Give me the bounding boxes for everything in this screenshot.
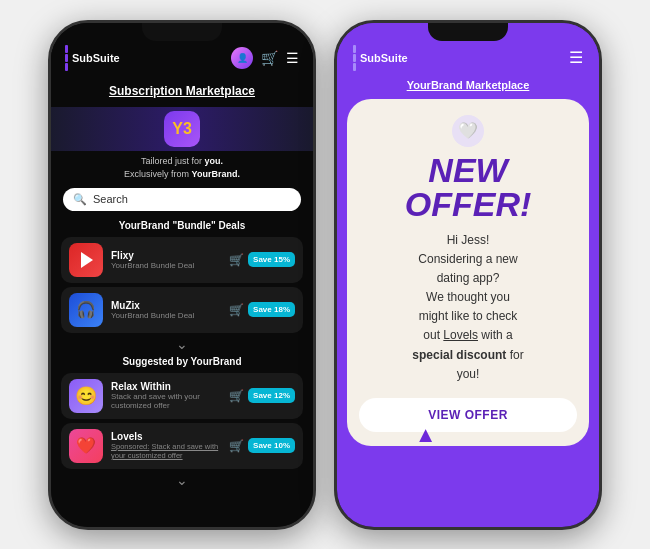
subsuite-logo-right: SubSuite xyxy=(353,45,408,71)
tagline-part1: Tailored just for xyxy=(141,156,205,166)
relax-deal-card[interactable]: 😊 Relax Within Stack and save with your … xyxy=(61,373,303,419)
muzix-deal-right: 🛒 Save 18% xyxy=(229,302,295,317)
bundle-more-indicator: ⌄ xyxy=(51,335,313,353)
new-offer-text: NEW OFFER! xyxy=(405,153,532,221)
relax-label: Stack and save with your customized offe… xyxy=(111,392,221,410)
relax-info: Relax Within Stack and save with your cu… xyxy=(111,381,221,410)
right-logo-text: SubSuite xyxy=(360,52,408,64)
lovels-icon: ❤️ xyxy=(69,429,103,463)
body-hi-jess: Hi Jess! xyxy=(447,233,490,247)
play-triangle xyxy=(81,252,93,268)
muzix-deal-card[interactable]: 🎧 MuZix YourBrand Bundle Deal 🛒 Save 18% xyxy=(61,287,303,333)
featured-app-icon: Y3 xyxy=(164,111,200,147)
left-notch xyxy=(142,23,222,41)
lovels-label: Sponsored: Stack and save with your cust… xyxy=(111,442,221,460)
tagline-part2: Exclusively from xyxy=(124,169,192,179)
featured-banner: Y3 xyxy=(51,107,313,151)
purple-arrow-decoration: ▲ xyxy=(415,422,437,448)
flixy-save-badge: Save 15% xyxy=(248,252,295,267)
tagline: Tailored just for you. Exclusively from … xyxy=(51,151,313,184)
phones-container: SubSuite 👤 🛒 ☰ Subscription Marketplace … xyxy=(38,10,612,540)
flixy-cart-icon[interactable]: 🛒 xyxy=(229,253,244,267)
lovels-deal-right: 🛒 Save 10% xyxy=(229,438,295,453)
muzix-info: MuZix YourBrand Bundle Deal xyxy=(111,300,221,320)
body-lovels-link[interactable]: Lovels xyxy=(443,328,478,342)
relax-deal-right: 🛒 Save 12% xyxy=(229,388,295,403)
heart-icon: 🤍 xyxy=(452,115,484,147)
new-offer-line1: NEW xyxy=(405,153,532,187)
lovels-info: Lovels Sponsored: Stack and save with yo… xyxy=(111,431,221,460)
body-with: with a xyxy=(478,328,513,342)
tagline-bold1: you. xyxy=(205,156,224,166)
marketplace-title: Subscription Marketplace xyxy=(109,84,255,98)
sponsored-prefix: Sponsored: xyxy=(111,442,149,451)
right-notch xyxy=(428,23,508,41)
body-considering: Considering a new xyxy=(418,252,517,266)
subsuite-bar-icon xyxy=(65,45,68,71)
right-menu-icon[interactable]: ☰ xyxy=(569,48,583,67)
right-phone: SubSuite ☰ YourBrand Marketplace 🤍 NEW O… xyxy=(334,20,602,530)
search-bar[interactable]: 🔍 Search xyxy=(63,188,301,211)
header-icons: 👤 🛒 ☰ xyxy=(231,47,299,69)
relax-icon: 😊 xyxy=(69,379,103,413)
body-out-prefix: out xyxy=(423,328,443,342)
tagline-bold2: YourBrand. xyxy=(192,169,240,179)
body-dating-app: dating app? xyxy=(437,271,500,285)
view-offer-button[interactable]: VIEW OFFER xyxy=(359,398,577,432)
flixy-label: YourBrand Bundle Deal xyxy=(111,261,221,270)
yourbrand-marketplace-link[interactable]: YourBrand Marketplace xyxy=(337,79,599,99)
left-phone: SubSuite 👤 🛒 ☰ Subscription Marketplace … xyxy=(48,20,316,530)
new-offer-line2: OFFER! xyxy=(405,187,532,221)
right-bar-icon xyxy=(353,45,356,71)
offer-body-text: Hi Jess! Considering a new dating app? W… xyxy=(408,225,527,385)
suggested-more-indicator: ⌄ xyxy=(51,471,313,489)
left-screen: SubSuite 👤 🛒 ☰ Subscription Marketplace … xyxy=(51,23,313,527)
flixy-info: Flixy YourBrand Bundle Deal xyxy=(111,250,221,270)
flixy-icon xyxy=(69,243,103,277)
body-you: you! xyxy=(457,367,480,381)
lovels-deal-card[interactable]: ❤️ Lovels Sponsored: Stack and save with… xyxy=(61,423,303,469)
flixy-name: Flixy xyxy=(111,250,221,261)
flixy-deal-right: 🛒 Save 15% xyxy=(229,252,295,267)
lovels-save-badge: Save 10% xyxy=(248,438,295,453)
muzix-icon: 🎧 xyxy=(69,293,103,327)
muzix-label: YourBrand Bundle Deal xyxy=(111,311,221,320)
body-check-out: might like to check xyxy=(419,309,518,323)
body-thought: We thought you xyxy=(426,290,510,304)
lovels-cart-icon[interactable]: 🛒 xyxy=(229,439,244,453)
relax-save-badge: Save 12% xyxy=(248,388,295,403)
muzix-name: MuZix xyxy=(111,300,221,311)
marketplace-title-container: Subscription Marketplace xyxy=(51,77,313,107)
relax-name: Relax Within xyxy=(111,381,221,392)
bundle-section-title: YourBrand "Bundle" Deals xyxy=(51,217,313,235)
offer-card: 🤍 NEW OFFER! Hi Jess! Considering a new … xyxy=(347,99,589,447)
flixy-deal-card[interactable]: Flixy YourBrand Bundle Deal 🛒 Save 15% xyxy=(61,237,303,283)
muzix-save-badge: Save 18% xyxy=(248,302,295,317)
muzix-cart-icon[interactable]: 🛒 xyxy=(229,303,244,317)
suggested-section-title: Suggested by YourBrand xyxy=(51,353,313,371)
lovels-name: Lovels xyxy=(111,431,221,442)
relax-cart-icon[interactable]: 🛒 xyxy=(229,389,244,403)
search-label: Search xyxy=(93,193,128,205)
featured-icon-symbol: Y3 xyxy=(172,120,192,138)
search-icon: 🔍 xyxy=(73,193,87,206)
body-special-discount: special discount xyxy=(412,348,506,362)
cart-icon[interactable]: 🛒 xyxy=(261,50,278,66)
menu-icon[interactable]: ☰ xyxy=(286,50,299,66)
subsuite-logo-left: SubSuite xyxy=(65,45,120,71)
subsuite-logo-text: SubSuite xyxy=(72,52,120,64)
right-screen: SubSuite ☰ YourBrand Marketplace 🤍 NEW O… xyxy=(337,23,599,527)
body-for: for xyxy=(506,348,523,362)
avatar[interactable]: 👤 xyxy=(231,47,253,69)
